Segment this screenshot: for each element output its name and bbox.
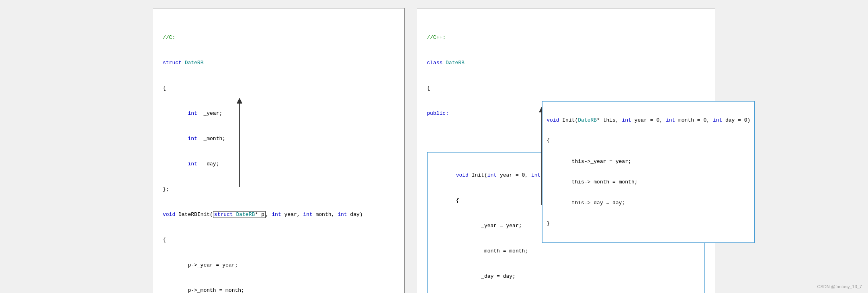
popup-month: this->_month = month; (547, 178, 750, 186)
struct-line: struct DateRB (163, 59, 395, 67)
field-day: int _day; (163, 160, 395, 168)
comment-c: //C: (163, 33, 395, 42)
init-body-day: _day = day; (431, 272, 701, 281)
main-container: //C: struct DateRB { int _year; int _mon… (153, 8, 715, 293)
class-line: class DateRB (427, 59, 705, 67)
func-body-year: p->_year = year; (163, 261, 395, 269)
func-body-month: p->_month = month; (163, 286, 395, 293)
popup-day: this->_day = day; (547, 199, 750, 207)
init-body-month: _month = month; (431, 247, 701, 255)
watermark: CSDN @fantasy_13_7 (817, 284, 862, 289)
right-brace-open: { (427, 84, 705, 92)
func-body-open: { (163, 236, 395, 244)
brace-open: { (163, 84, 395, 92)
popup-close: } (547, 219, 750, 228)
comment-cpp: //C++: (427, 33, 705, 42)
popup-open: { (547, 136, 750, 145)
brace-close-semi: }; (163, 185, 395, 193)
field-month: int _month; (163, 134, 395, 143)
func-sig: void DateRBInit(struct DateRB* p, int ye… (163, 210, 395, 219)
popup-year: this->_year = year; (547, 157, 750, 166)
left-code-content: //C: struct DateRB { int _year; int _mon… (163, 16, 395, 293)
field-year: int _year; (163, 109, 395, 118)
left-panel: //C: struct DateRB { int _year; int _mon… (153, 8, 405, 293)
right-panel: //C++: class DateRB { public: void Init(… (417, 8, 715, 293)
popup-init-box: void Init(DateRB* this, int year = 0, in… (542, 101, 755, 243)
popup-sig: void Init(DateRB* this, int year = 0, in… (547, 116, 750, 124)
